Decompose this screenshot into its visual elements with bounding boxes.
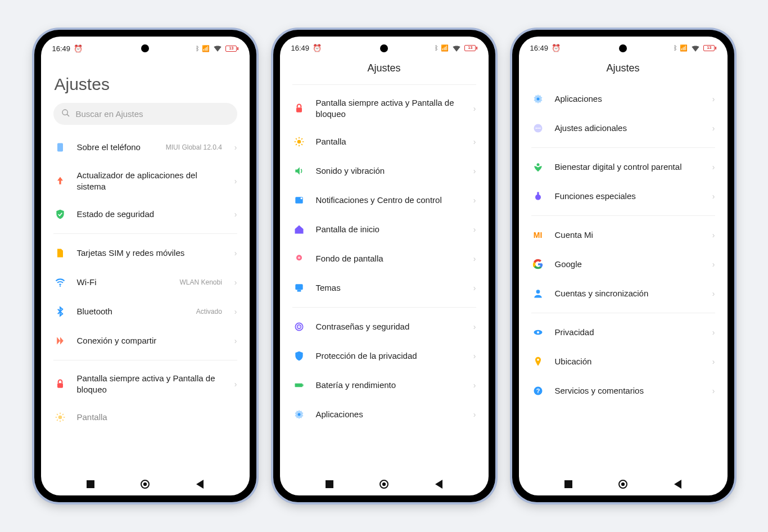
row-sound[interactable]: Sonido y vibración› (280, 156, 489, 186)
svg-rect-34 (302, 384, 303, 386)
svg-line-10 (57, 414, 58, 415)
camera-notch (141, 44, 149, 52)
wifi-icon (690, 42, 701, 53)
row-privacy-protection[interactable]: Protección de la privacidad› (280, 341, 489, 371)
bluetooth-icon: ᛒ (196, 45, 200, 52)
phone-frame-2: 16:49⏰ ᛒ📶13 Ajustes Pantalla siempre act… (273, 30, 495, 502)
row-wifi[interactable]: Wi-Fi WLAN Kenobi › (41, 268, 250, 297)
page-title: Ajustes (519, 57, 728, 84)
svg-rect-29 (297, 290, 301, 291)
svg-point-46 (536, 331, 539, 333)
row-display[interactable]: Pantalla (41, 403, 250, 432)
svg-line-23 (301, 138, 302, 139)
brightness-icon (53, 411, 67, 424)
row-home[interactable]: Pantalla de inicio› (280, 215, 489, 244)
svg-line-1 (67, 114, 69, 116)
chevron-right-icon: › (234, 380, 237, 389)
home-button[interactable] (380, 480, 388, 489)
home-icon (292, 223, 306, 236)
svg-point-27 (297, 256, 300, 259)
svg-point-41 (536, 163, 539, 166)
back-button[interactable] (435, 480, 442, 489)
back-button[interactable] (674, 480, 681, 489)
nav-bar (519, 474, 728, 495)
chevron-right-icon: › (712, 231, 715, 240)
row-feedback[interactable]: ? Servicios y comentarios› (519, 376, 728, 405)
row-wallpaper[interactable]: Fondo de pantalla› (280, 244, 489, 273)
row-display[interactable]: Pantalla› (280, 127, 489, 156)
row-system-updater[interactable]: Actualizador de aplicaciones del sistema… (41, 162, 250, 200)
brightness-icon (292, 135, 306, 148)
row-apps[interactable]: Aplicaciones› (519, 84, 728, 114)
battery-icon: 13 (225, 46, 238, 52)
chevron-right-icon: › (712, 260, 715, 269)
chevron-right-icon: › (712, 386, 715, 395)
home-button[interactable] (618, 480, 627, 489)
row-lock-screen[interactable]: Pantalla siempre activa y Pantalla de bl… (280, 89, 489, 127)
row-google[interactable]: Google› (519, 250, 728, 279)
wifi-icon (451, 42, 462, 53)
svg-line-22 (296, 144, 297, 145)
recents-button[interactable] (564, 480, 572, 488)
phone-frame-1: 16:49 ⏰ ᛒ 📶 13 Ajustes Buscar en Ajustes (34, 30, 256, 502)
row-location[interactable]: Ubicación› (519, 347, 728, 376)
chevron-right-icon: › (473, 225, 476, 234)
row-battery[interactable]: Batería y rendimiento› (280, 371, 489, 400)
row-lock-screen[interactable]: Pantalla siempre activa y Pantalla de bl… (41, 365, 250, 403)
row-apps[interactable]: Aplicaciones› (280, 400, 489, 429)
row-passwords[interactable]: Contraseñas y seguridad› (280, 312, 489, 341)
svg-point-39 (537, 128, 538, 129)
signal-icon: 📶 (680, 44, 688, 52)
row-additional-settings[interactable]: Ajustes adicionales› (519, 114, 728, 143)
chevron-right-icon: › (712, 328, 715, 337)
camera-notch (619, 44, 627, 52)
back-button[interactable] (196, 480, 204, 489)
camera-notch (380, 44, 388, 52)
google-logo-icon (531, 258, 545, 271)
svg-rect-33 (295, 384, 302, 387)
chevron-right-icon: › (473, 104, 476, 113)
svg-point-44 (536, 290, 540, 294)
row-sim-networks[interactable]: Tarjetas SIM y redes móviles › (41, 238, 250, 268)
chevron-right-icon: › (473, 381, 476, 390)
battery-icon: 13 (464, 45, 477, 51)
row-security-status[interactable]: Estado de seguridad › (41, 200, 250, 229)
alarm-icon: ⏰ (552, 44, 561, 52)
nav-bar (280, 474, 489, 495)
recents-button[interactable] (87, 480, 94, 488)
chevron-right-icon: › (473, 166, 476, 175)
row-bluetooth[interactable]: Bluetooth Activado › (41, 297, 250, 326)
svg-rect-43 (537, 192, 539, 195)
update-icon (53, 174, 67, 188)
svg-point-3 (59, 286, 60, 287)
row-themes[interactable]: Temas› (280, 273, 489, 303)
phone-icon (53, 141, 67, 154)
fingerprint-icon (292, 320, 306, 333)
row-digital-wellbeing[interactable]: Bienestar digital y control parental› (519, 152, 728, 182)
home-button[interactable] (141, 480, 150, 489)
row-notifications[interactable]: Notificaciones y Centro de control› (280, 186, 489, 215)
page-title: Ajustes (280, 57, 489, 84)
recents-button[interactable] (326, 480, 333, 488)
row-special-features[interactable]: Funciones especiales› (519, 182, 728, 211)
svg-line-12 (57, 420, 58, 421)
chevron-right-icon: › (473, 351, 476, 360)
svg-point-38 (535, 128, 536, 129)
svg-text:?: ? (536, 387, 540, 394)
row-mi-account[interactable]: MI Cuenta Mi› (519, 220, 728, 250)
row-privacy[interactable]: Privacidad› (519, 318, 728, 347)
chevron-right-icon: › (712, 124, 715, 133)
gear-icon (292, 408, 306, 421)
alarm-icon: ⏰ (74, 44, 83, 53)
chevron-right-icon: › (234, 307, 237, 316)
alarm-icon: ⏰ (313, 44, 322, 52)
chevron-right-icon: › (712, 192, 715, 201)
row-connection-share[interactable]: Conexión y compartir › (41, 326, 250, 355)
nav-bar (41, 474, 250, 495)
row-about-phone[interactable]: Sobre el teléfono MIUI Global 12.0.4 › (41, 133, 250, 162)
signal-icon: 📶 (202, 45, 210, 52)
share-icon (53, 334, 67, 348)
chevron-right-icon: › (712, 163, 715, 172)
search-input[interactable]: Buscar en Ajustes (53, 103, 237, 125)
row-accounts-sync[interactable]: Cuentas y sincronización› (519, 279, 728, 308)
